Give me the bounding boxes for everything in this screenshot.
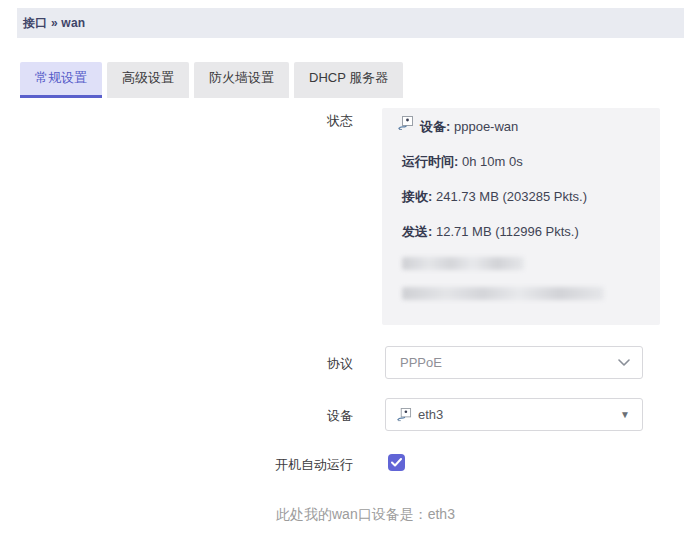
status-key: 运行时间: <box>402 154 458 169</box>
tab-label: 防火墙设置 <box>209 69 274 87</box>
status-row-rx: 接收: 241.73 MB (203285 Pkts.) <box>402 189 644 205</box>
ethernet-device-icon <box>397 408 412 422</box>
tab-advanced-settings[interactable]: 高级设置 <box>107 62 189 98</box>
redacted-line <box>402 287 604 300</box>
status-key: 接收: <box>402 189 432 204</box>
device-value: eth3 <box>418 407 443 422</box>
autostart-label: 开机自动运行 <box>0 456 353 474</box>
note-text: 此处我的wan口设备是：eth3 <box>276 506 455 524</box>
status-value: 12.71 MB (112996 Pkts.) <box>436 224 579 239</box>
status-key: 发送: <box>402 224 432 239</box>
status-text: 设备: pppoe-wan <box>420 119 518 135</box>
tab-bar: 常规设置 高级设置 防火墙设置 DHCP 服务器 <box>20 62 403 98</box>
status-row-uptime: 运行时间: 0h 10m 0s <box>402 154 644 170</box>
device-select[interactable]: eth3 ▼ <box>385 398 643 431</box>
protocol-value: PPPoE <box>400 355 442 370</box>
status-row-device: 设备: pppoe-wan <box>402 119 644 135</box>
tab-label: 常规设置 <box>35 69 87 87</box>
tab-label: 高级设置 <box>122 69 174 87</box>
tab-dhcp-server[interactable]: DHCP 服务器 <box>294 62 403 98</box>
status-label: 状态 <box>0 112 353 130</box>
ethernet-device-icon <box>398 116 414 135</box>
device-label: 设备 <box>0 407 353 425</box>
tab-firewall-settings[interactable]: 防火墙设置 <box>194 62 289 98</box>
tab-label: DHCP 服务器 <box>309 69 388 87</box>
status-value: 0h 10m 0s <box>462 154 523 169</box>
breadcrumb-bar: 接口 » wan <box>17 8 684 38</box>
status-row-tx: 发送: 12.71 MB (112996 Pkts.) <box>402 224 644 240</box>
tab-general-settings[interactable]: 常规设置 <box>20 62 102 98</box>
autostart-checkbox[interactable] <box>388 454 405 471</box>
status-value: pppoe-wan <box>454 119 518 134</box>
status-key: 设备: <box>420 119 450 134</box>
redacted-line <box>402 257 524 270</box>
protocol-select[interactable]: PPPoE <box>385 346 643 379</box>
page: 接口 » wan 常规设置 高级设置 防火墙设置 DHCP 服务器 状态 <box>0 0 692 535</box>
check-icon <box>391 458 402 467</box>
status-panel: 设备: pppoe-wan 运行时间: 0h 10m 0s 接收: 241.73… <box>382 108 660 325</box>
breadcrumb: 接口 » wan <box>23 15 85 32</box>
status-value: 241.73 MB (203285 Pkts.) <box>436 189 587 204</box>
chevron-down-icon <box>618 359 630 366</box>
protocol-label: 协议 <box>0 355 353 373</box>
dropdown-arrow-icon: ▼ <box>620 410 630 420</box>
